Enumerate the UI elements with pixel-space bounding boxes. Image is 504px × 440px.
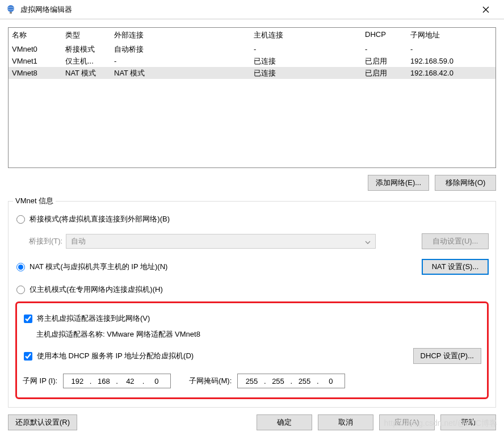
checkbox-dhcp-label: 使用本地 DHCP 服务将 IP 地址分配给虚拟机(D) [37,351,194,361]
add-network-button[interactable]: 添加网络(E)... [368,175,429,191]
cell-subnet: 192.168.42.0 [407,68,495,78]
ip-octet-4[interactable] [148,377,166,385]
cell-type: 仅主机... [62,55,111,68]
subnet-ip-label: 子网 IP (I): [23,376,57,386]
svg-rect-2 [10,12,12,14]
table-row[interactable]: VMnet0 桥接模式 自动桥接 - - - [9,43,495,55]
radio-hostonly[interactable] [16,286,25,294]
cell-host: 已连接 [250,67,362,79]
apply-button: 应用(A) [379,414,435,430]
restore-defaults-button[interactable]: 还原默认设置(R) [8,414,77,430]
cancel-button[interactable]: 取消 [318,414,373,430]
cell-name: VMnet8 [9,68,62,78]
highlighted-section: 将主机虚拟适配器连接到此网络(V) 主机虚拟适配器名称: VMware 网络适配… [15,301,489,399]
window-title: 虚拟网络编辑器 [20,5,473,15]
bridge-to-select: 自动 [66,234,376,249]
checkbox-dhcp[interactable] [24,352,32,361]
ok-button[interactable]: 确定 [257,414,312,430]
chevron-down-icon [365,237,371,246]
table-header-row: 名称 类型 外部连接 主机连接 DHCP 子网地址 [9,28,495,43]
groupbox-title: VMnet 信息 [13,196,56,206]
cell-dhcp: - [362,44,407,55]
cell-subnet: 192.168.59.0 [407,56,495,66]
table-body: VMnet0 桥接模式 自动桥接 - - - VMnet1 仅主机... - 已… [9,43,495,79]
table-row[interactable]: VMnet8 NAT 模式 NAT 模式 已连接 已启用 192.168.42.… [9,67,495,79]
cell-ext: - [111,56,250,66]
cell-host: - [250,44,362,55]
bridge-to-value: 自动 [71,236,86,246]
mask-octet-3[interactable] [295,377,313,385]
svg-point-0 [7,5,14,12]
network-table[interactable]: 名称 类型 外部连接 主机连接 DHCP 子网地址 VMnet0 桥接模式 自动… [8,27,496,168]
cell-ext: 自动桥接 [111,43,250,56]
cell-ext: NAT 模式 [111,67,250,79]
cell-type: NAT 模式 [62,67,111,79]
th-name[interactable]: 名称 [9,28,62,43]
help-button[interactable]: 帮助 [440,414,496,430]
remove-network-button[interactable]: 移除网络(O) [435,175,496,191]
vmnet-info-groupbox: VMnet 信息 桥接模式(将虚拟机直接连接到外部网络)(B) 桥接到(T): … [8,201,496,408]
ip-octet-2[interactable] [95,377,113,385]
radio-bridge-label: 桥接模式(将虚拟机直接连接到外部网络)(B) [30,214,170,224]
radio-nat[interactable] [16,263,25,271]
radio-hostonly-label: 仅主机模式(在专用网络内连接虚拟机)(H) [30,284,163,295]
bridge-to-label: 桥接到(T): [29,236,62,246]
mask-octet-4[interactable] [322,377,340,385]
checkbox-host-adapter-label: 将主机虚拟适配器连接到此网络(V) [37,313,150,324]
app-icon [6,5,16,15]
checkbox-host-adapter[interactable] [24,315,32,323]
dhcp-settings-button[interactable]: DHCP 设置(P)... [413,348,481,364]
cell-type: 桥接模式 [62,43,111,56]
adapter-name-text: 主机虚拟适配器名称: VMware 网络适配器 VMnet8 [36,329,481,340]
cell-host: 已连接 [250,55,362,68]
subnet-mask-input[interactable]: . . . [237,374,345,388]
subnet-mask-label: 子网掩码(M): [189,376,232,386]
cell-dhcp: 已启用 [362,55,407,68]
table-button-row: 添加网络(E)... 移除网络(O) [8,175,496,191]
mask-octet-1[interactable] [242,377,261,385]
cell-name: VMnet0 [9,44,62,55]
th-dhcp[interactable]: DHCP [362,28,407,43]
nat-settings-button[interactable]: NAT 设置(S)... [422,259,489,275]
ip-octet-3[interactable] [121,377,139,385]
th-type[interactable]: 类型 [62,28,111,43]
radio-nat-label: NAT 模式(与虚拟机共享主机的 IP 地址)(N) [30,262,167,272]
cell-name: VMnet1 [9,56,62,66]
dialog-footer: 还原默认设置(R) 确定 取消 应用(A) 帮助 [0,414,504,438]
th-host[interactable]: 主机连接 [250,28,362,43]
th-external[interactable]: 外部连接 [111,28,250,43]
titlebar: 虚拟网络编辑器 [0,0,504,19]
th-subnet[interactable]: 子网地址 [407,28,495,43]
table-row[interactable]: VMnet1 仅主机... - 已连接 已启用 192.168.59.0 [9,55,495,67]
cell-subnet: - [407,44,495,55]
auto-settings-button: 自动设置(U)... [422,233,489,249]
content-area: 名称 类型 外部连接 主机连接 DHCP 子网地址 VMnet0 桥接模式 自动… [0,19,504,414]
close-button[interactable] [473,1,498,18]
ip-octet-1[interactable] [68,377,86,385]
subnet-ip-input[interactable]: . . . [63,374,171,388]
radio-bridge[interactable] [16,215,25,224]
mask-octet-2[interactable] [269,377,287,385]
cell-dhcp: 已启用 [362,67,407,79]
